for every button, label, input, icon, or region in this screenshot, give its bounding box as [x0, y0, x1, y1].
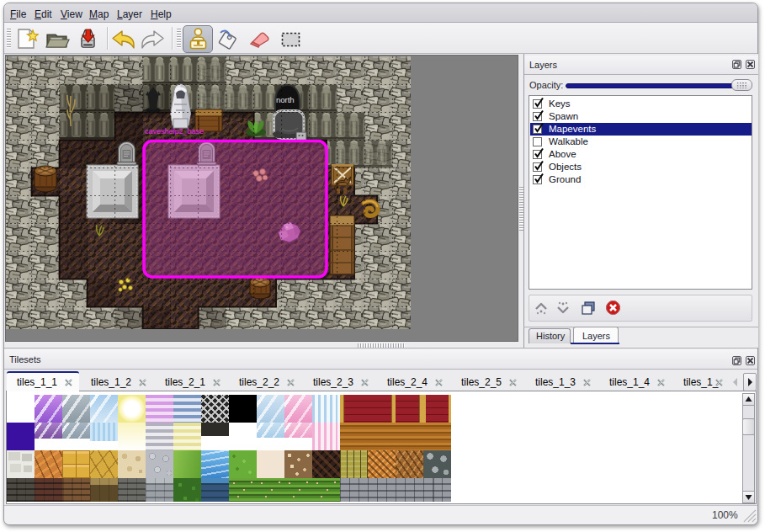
svg-text:north: north: [276, 95, 295, 104]
svg-text:caveshelp2_base: caveshelp2_base: [145, 127, 204, 136]
